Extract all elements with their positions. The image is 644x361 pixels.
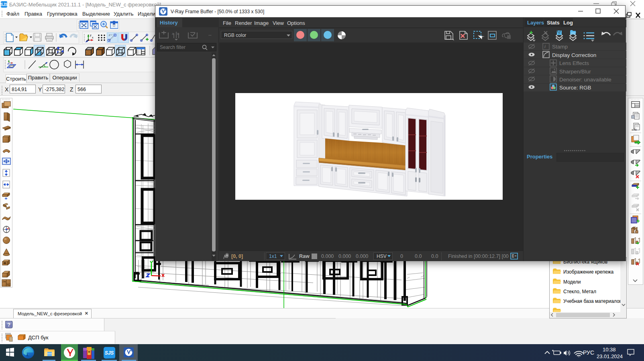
svg-text:Стекло, Метал: Стекло, Метал [563,289,596,294]
svg-text:Модели: Модели [563,279,581,285]
svg-text:Denoiser: unavailable: Denoiser: unavailable [559,77,611,83]
svg-text:xml: xml [632,128,637,132]
svg-text:Sharpen/Blur: Sharpen/Blur [559,69,591,75]
svg-text:Lens Effects: Lens Effects [559,60,589,66]
svg-text:Stamp: Stamp [552,44,568,50]
svg-text:z: z [86,39,88,42]
svg-text:x: x [92,36,94,39]
svg-text:Source: RGB: Source: RGB [559,85,591,91]
svg-text:y: y [90,34,92,37]
svg-text:B: B [177,32,179,36]
svg-text:Учебная база материалов: Учебная база материалов [563,298,622,304]
svg-text:Display Correction: Display Correction [552,52,596,58]
svg-text:i: i [544,45,546,49]
svg-text:SJS: SJS [105,350,114,356]
svg-text:Изображение крепежа: Изображение крепежа [563,269,614,275]
svg-text:A: A [172,32,174,36]
svg-text:?: ? [7,322,10,328]
svg-text:SJS: SJS [1,2,7,7]
